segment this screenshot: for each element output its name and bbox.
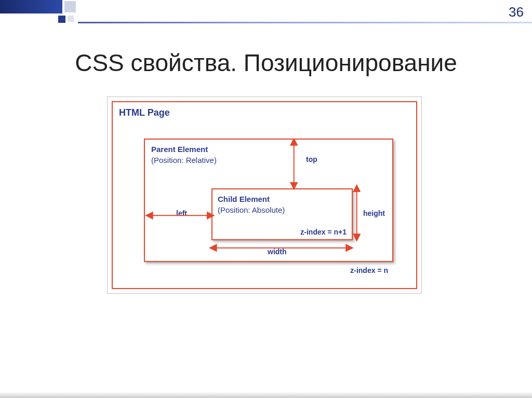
- bottom-shadow: [0, 392, 532, 398]
- html-page-box: HTML Page Parent Element (Position: Rela…: [112, 101, 417, 289]
- diagram-frame: HTML Page Parent Element (Position: Rela…: [107, 97, 422, 294]
- child-subtitle: (Position: Absolute): [218, 205, 285, 214]
- parent-element-box: Parent Element (Position: Relative) Chil…: [144, 139, 393, 262]
- slide-title: CSS свойства. Позиционирование: [0, 49, 532, 77]
- dim-left-label: left: [176, 209, 187, 217]
- html-page-label: HTML Page: [119, 107, 410, 118]
- parent-element-label: Parent Element (Position: Relative): [151, 144, 217, 166]
- parent-zindex: z-index = n: [350, 266, 388, 275]
- slide-divider: [78, 22, 532, 23]
- child-title: Child Element: [218, 195, 270, 203]
- dim-width-label: width: [268, 248, 287, 256]
- child-element-label: Child Element (Position: Absolute): [218, 194, 347, 215]
- slide-corner-decor: [0, 0, 83, 25]
- dim-top-label: top: [306, 155, 317, 163]
- slide-number: 36: [509, 4, 524, 20]
- parent-title: Parent Element: [151, 145, 208, 154]
- parent-subtitle: (Position: Relative): [151, 156, 217, 164]
- child-zindex: z-index = n+1: [300, 228, 347, 236]
- dim-height-label: height: [363, 209, 385, 217]
- child-element-box: Child Element (Position: Absolute) z-ind…: [211, 188, 353, 240]
